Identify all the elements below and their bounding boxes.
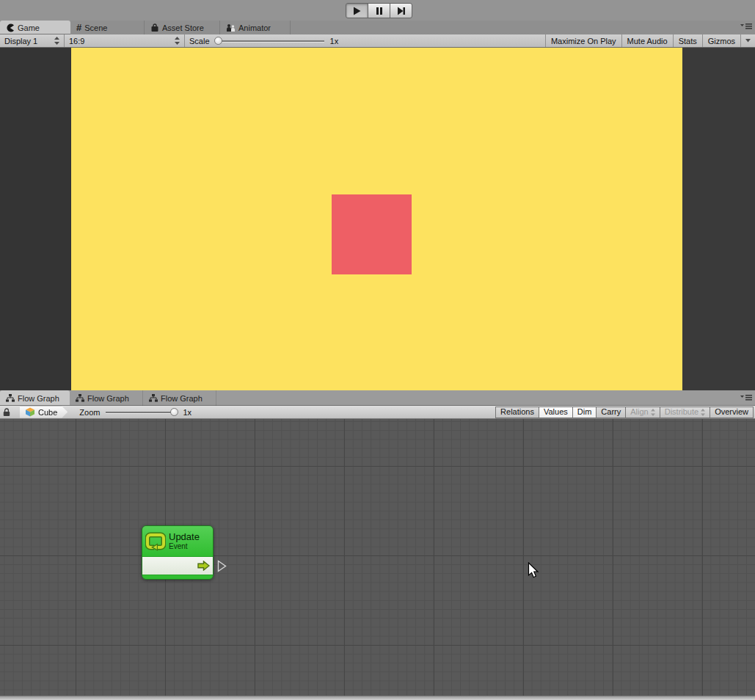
tab-asset-store[interactable]: Asset Store: [145, 21, 220, 34]
update-event-node[interactable]: Update Event: [142, 525, 214, 580]
updown-arrows-icon: [170, 37, 180, 45]
step-button[interactable]: [390, 3, 412, 18]
updown-arrows-icon: [701, 409, 705, 416]
node-footer: [142, 575, 213, 580]
tab-game[interactable]: Game: [0, 21, 70, 34]
tab-scene[interactable]: # Scene: [70, 21, 145, 34]
player-square-sprite: [332, 194, 412, 274]
updown-arrows-icon: [50, 37, 59, 45]
view-tab-bar: Game # Scene Asset Store Animator: [0, 21, 755, 34]
breadcrumb-label: Cube: [38, 408, 57, 417]
flow-graph-toolbar: Cube Zoom 1x Relations Values Dim Carry …: [0, 406, 755, 419]
display-dropdown-value: Display 1: [4, 37, 37, 45]
scale-label: Scale: [189, 37, 210, 45]
tab-label: Scene: [84, 23, 107, 32]
maximize-on-play-button[interactable]: Maximize On Play: [545, 34, 621, 47]
flow-graph-icon: [149, 394, 158, 402]
aspect-ratio-dropdown[interactable]: 16:9: [65, 34, 185, 47]
button-label: Maximize On Play: [551, 37, 616, 45]
tab-animator[interactable]: Animator: [220, 21, 291, 34]
game-controller-icon: [6, 23, 15, 32]
game-viewport[interactable]: [71, 48, 682, 390]
unity-editor-window: Game # Scene Asset Store Animator: [0, 0, 755, 700]
distribute-dropdown[interactable]: Distribute: [660, 406, 710, 418]
tab-label: Flow Graph: [161, 394, 203, 403]
scene-grid-icon: #: [76, 22, 81, 33]
graph-toolbar-buttons: Relations Values Dim Carry Align Distrib…: [496, 406, 755, 418]
panel-menu-icon[interactable]: [740, 23, 752, 29]
game-view-area: [0, 48, 755, 390]
pause-button[interactable]: [368, 3, 390, 18]
cube-icon: [25, 407, 35, 417]
updown-arrows-icon: [651, 409, 655, 416]
gizmos-dropdown[interactable]: Gizmos: [702, 34, 740, 47]
lock-icon: [3, 408, 10, 417]
stats-button[interactable]: Stats: [673, 34, 702, 47]
flow-graph-icon: [76, 394, 84, 402]
transport-controls: [346, 3, 412, 18]
chevron-down-icon: [745, 39, 751, 43]
node-title: Update: [169, 532, 200, 542]
update-loop-icon: [145, 531, 166, 551]
scale-value: 1x: [330, 37, 339, 45]
button-label: Stats: [679, 37, 697, 45]
gizmos-caret[interactable]: [740, 34, 755, 47]
button-label: Values: [544, 406, 568, 418]
button-label: Align: [630, 406, 648, 418]
mute-audio-button[interactable]: Mute Audio: [621, 34, 673, 47]
scale-control: Scale 1x: [185, 34, 545, 47]
step-icon: [397, 7, 406, 15]
scale-slider-knob[interactable]: [214, 37, 222, 45]
button-label: Dim: [577, 406, 592, 418]
carry-toggle[interactable]: Carry: [596, 406, 626, 418]
letterbox-right: [682, 48, 755, 390]
graph-zoom-slider[interactable]: [106, 412, 175, 413]
aspect-dropdown-value: 16:9: [69, 37, 84, 45]
scale-slider[interactable]: [216, 40, 324, 42]
button-label: Carry: [601, 406, 621, 418]
values-toggle[interactable]: Values: [539, 406, 573, 418]
play-button[interactable]: [346, 3, 368, 18]
pause-icon: [376, 7, 383, 15]
flow-graph-icon: [6, 394, 15, 402]
port-connector-triangle[interactable]: [217, 560, 227, 572]
relations-button[interactable]: Relations: [495, 406, 539, 418]
button-label: Distribute: [665, 406, 699, 418]
breadcrumb[interactable]: Cube: [20, 406, 68, 418]
animator-people-icon: [226, 23, 236, 32]
main-toolbar: [0, 0, 755, 21]
panel-menu-icon[interactable]: [740, 394, 752, 401]
dim-toggle[interactable]: Dim: [572, 406, 597, 418]
flow-graph-canvas[interactable]: Update Event: [0, 419, 755, 696]
button-label: Relations: [500, 406, 534, 418]
node-subtitle: Event: [169, 542, 200, 550]
display-dropdown[interactable]: Display 1: [0, 34, 65, 47]
node-header: Update Event: [142, 526, 213, 556]
tab-label: Game: [18, 23, 40, 32]
tab-label: Asset Store: [162, 23, 204, 32]
node-port-row: [142, 556, 213, 575]
align-dropdown[interactable]: Align: [625, 406, 660, 418]
button-label: Gizmos: [708, 37, 735, 45]
button-label: Mute Audio: [627, 37, 668, 45]
tab-flow-graph-1[interactable]: Flow Graph: [0, 390, 70, 406]
zoom-value: 1x: [183, 408, 192, 417]
window-bottom-edge: [0, 696, 755, 700]
lock-toggle[interactable]: [0, 408, 14, 417]
button-label: Overview: [715, 406, 748, 418]
flow-graph-tab-bar: Flow Graph Flow Graph Flow Graph: [0, 390, 755, 406]
play-icon: [353, 7, 361, 15]
tab-flow-graph-3[interactable]: Flow Graph: [143, 390, 216, 406]
asset-store-bag-icon: [150, 23, 159, 32]
tab-flow-graph-2[interactable]: Flow Graph: [70, 390, 143, 406]
game-view-toolbar: Display 1 16:9 Scale 1x Maximize On Play…: [0, 34, 755, 48]
tab-label: Flow Graph: [87, 394, 129, 403]
graph-zoom-knob[interactable]: [170, 408, 178, 416]
tab-label: Animator: [238, 23, 271, 32]
tab-label: Flow Graph: [18, 394, 59, 403]
zoom-label: Zoom: [79, 408, 100, 417]
mouse-cursor: [528, 562, 540, 580]
output-port-arrow-icon[interactable]: [197, 561, 210, 571]
overview-button[interactable]: Overview: [710, 406, 754, 418]
